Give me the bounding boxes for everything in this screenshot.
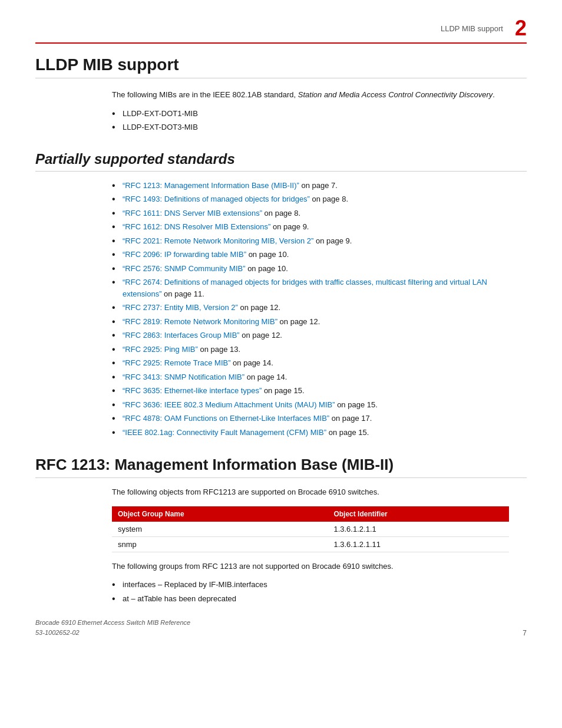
footer-page-number: 7 — [523, 629, 527, 637]
list-item: LLDP-EXT-DOT1-MIB — [112, 108, 509, 120]
partial-link[interactable]: “RFC 1213: Management Information Base (… — [123, 181, 299, 190]
partial-link[interactable]: “RFC 1612: DNS Resolver MIB Extensions” — [123, 222, 270, 231]
list-item: “RFC 2576: SNMP Community MIB” on page 1… — [112, 263, 509, 275]
table-row: snmp1.3.6.1.2.1.11 — [112, 536, 509, 552]
lldp-content: The following MIBs are in the IEEE 802.1… — [112, 89, 509, 133]
partial-bullet-list: “RFC 1213: Management Information Base (… — [112, 180, 509, 439]
partial-link[interactable]: “RFC 3635: Ethernet-like interface types… — [123, 386, 262, 395]
cell-id: 1.3.6.1.2.1.11 — [328, 536, 509, 552]
table-row: system1.3.6.1.2.1.1 — [112, 522, 509, 537]
partial-link[interactable]: “RFC 3413: SNMP Notification MIB” — [123, 373, 244, 381]
partial-link[interactable]: “RFC 2096: IP forwarding table MIB” — [123, 250, 246, 259]
cell-name: system — [112, 522, 328, 537]
partial-content: “RFC 1213: Management Information Base (… — [112, 180, 509, 439]
list-item: “RFC 1612: DNS Resolver MIB Extensions” … — [112, 221, 509, 233]
footer-doc-title: Brocade 6910 Ethernet Access Switch MIB … — [35, 618, 190, 628]
lldp-section-title: LLDP MIB support — [35, 55, 527, 78]
list-item: “RFC 3636: IEEE 802.3 Medium Attachment … — [112, 399, 509, 411]
rfc-intro-text: The following objects from RFC1213 are s… — [112, 486, 509, 498]
partial-link[interactable]: “RFC 2819: Remote Network Monitoring MIB… — [123, 317, 277, 326]
list-item: “RFC 1493: Definitions of managed object… — [112, 193, 509, 205]
lldp-bullet-list: LLDP-EXT-DOT1-MIB LLDP-EXT-DOT3-MIB — [112, 108, 509, 133]
partial-link[interactable]: “RFC 4878: OAM Functions on Ethernet-Lik… — [123, 414, 329, 423]
list-item: “RFC 2737: Entity MIB, Version 2” on pag… — [112, 302, 509, 314]
col-header-id: Object Identifier — [328, 506, 509, 522]
partial-link[interactable]: “RFC 2737: Entity MIB, Version 2” — [123, 303, 238, 312]
lldp-intro-text: The following MIBs are in the IEEE 802.1… — [112, 89, 509, 101]
col-header-name: Object Group Name — [112, 506, 328, 522]
list-item: “RFC 3413: SNMP Notification MIB” on pag… — [112, 371, 509, 383]
page-container: LLDP MIB support 2 LLDP MIB support The … — [0, 0, 562, 648]
rfc-not-supported-list: interfaces – Replaced by IF-MIB.interfac… — [112, 579, 509, 604]
list-item: “RFC 1213: Management Information Base (… — [112, 180, 509, 192]
partial-section-title: Partially supported standards — [35, 151, 527, 172]
cell-id: 1.3.6.1.2.1.1 — [328, 522, 509, 537]
list-item: “RFC 2021: Remote Network Monitoring MIB… — [112, 235, 509, 247]
partial-link[interactable]: “RFC 2925: Ping MIB” — [123, 345, 198, 354]
list-item: “RFC 2925: Remote Trace MIB” on page 14. — [112, 357, 509, 369]
page-footer: Brocade 6910 Ethernet Access Switch MIB … — [35, 618, 527, 637]
partial-link[interactable]: “RFC 2021: Remote Network Monitoring MIB… — [123, 236, 313, 245]
list-item: “RFC 2819: Remote Network Monitoring MIB… — [112, 316, 509, 328]
list-item: “RFC 3635: Ethernet-like interface types… — [112, 385, 509, 397]
list-item: “IEEE 802.1ag: Connectivity Fault Manage… — [112, 427, 509, 439]
cell-name: snmp — [112, 536, 328, 552]
table-header-row: Object Group Name Object Identifier — [112, 506, 509, 522]
list-item: “RFC 1611: DNS Server MIB extensions” on… — [112, 207, 509, 219]
page-header: LLDP MIB support 2 — [35, 18, 527, 44]
list-item: “RFC 2096: IP forwarding table MIB” on p… — [112, 249, 509, 261]
partial-link[interactable]: “RFC 2863: Interfaces Group MIB” — [123, 331, 240, 340]
footer-left: Brocade 6910 Ethernet Access Switch MIB … — [35, 618, 190, 637]
list-item: at – atTable has been deprecated — [112, 593, 509, 605]
header-chapter-number: 2 — [515, 18, 527, 39]
list-item: “RFC 2674: Definitions of managed object… — [112, 276, 509, 299]
rfc-section-title: RFC 1213: Management Information Base (M… — [35, 456, 527, 478]
partial-link[interactable]: “RFC 2576: SNMP Community MIB” — [123, 264, 246, 273]
footer-doc-number: 53-1002652-02 — [35, 628, 190, 638]
list-item: “RFC 2925: Ping MIB” on page 13. — [112, 344, 509, 355]
rfc-content: The following objects from RFC1213 are s… — [112, 486, 509, 604]
list-item: interfaces – Replaced by IF-MIB.interfac… — [112, 579, 509, 591]
partial-link[interactable]: “RFC 1611: DNS Server MIB extensions” — [123, 209, 262, 218]
header-title: LLDP MIB support — [441, 24, 503, 33]
partial-link[interactable]: “RFC 1493: Definitions of managed object… — [123, 195, 310, 203]
rfc-not-supported-text: The following groups from RFC 1213 are n… — [112, 561, 509, 572]
rfc-table: Object Group Name Object Identifier syst… — [112, 506, 509, 552]
partial-link[interactable]: “RFC 3636: IEEE 802.3 Medium Attachment … — [123, 400, 335, 409]
partial-link[interactable]: “IEEE 802.1ag: Connectivity Fault Manage… — [123, 428, 326, 437]
list-item: LLDP-EXT-DOT3-MIB — [112, 121, 509, 133]
list-item: “RFC 4878: OAM Functions on Ethernet-Lik… — [112, 413, 509, 424]
partial-link[interactable]: “RFC 2925: Remote Trace MIB” — [123, 358, 231, 367]
list-item: “RFC 2863: Interfaces Group MIB” on page… — [112, 330, 509, 341]
